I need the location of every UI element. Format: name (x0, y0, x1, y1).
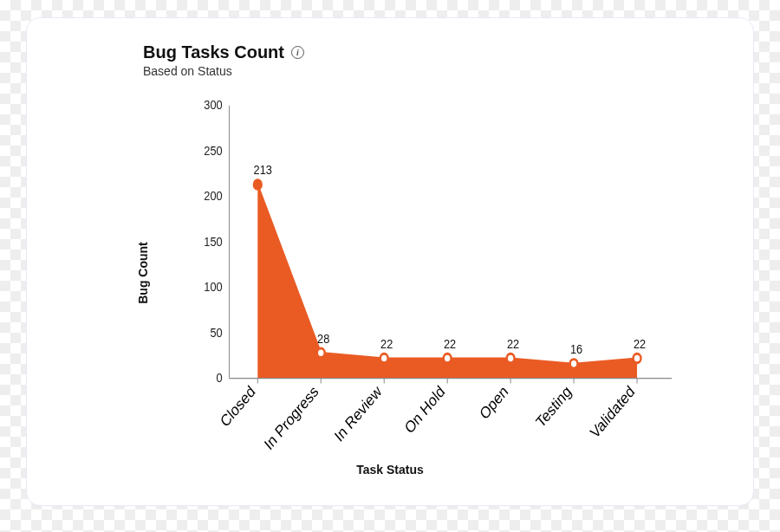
svg-text:150: 150 (204, 234, 222, 249)
svg-text:50: 50 (210, 325, 222, 340)
data-point[interactable] (570, 360, 578, 369)
x-tick-label: On Hold (401, 382, 448, 438)
data-point[interactable] (380, 354, 388, 363)
info-icon[interactable]: i (291, 46, 304, 59)
chart-title: Bug Tasks Count (143, 42, 284, 62)
x-axis-label: Task Status (356, 463, 424, 477)
y-axis-label: Bug Count (136, 242, 150, 304)
svg-text:0: 0 (217, 370, 223, 385)
data-label: 16 (570, 341, 582, 356)
data-label: 22 (507, 336, 519, 351)
svg-text:250: 250 (204, 143, 222, 158)
data-label: 22 (634, 336, 646, 351)
x-tick-label: Closed (217, 382, 257, 431)
chart-subtitle: Based on Status (143, 64, 724, 78)
x-tick-label: Open (477, 382, 511, 424)
data-point[interactable] (634, 354, 641, 363)
x-tick-label: Testing (533, 382, 575, 431)
svg-text:100: 100 (204, 279, 222, 294)
data-label: 22 (380, 336, 393, 351)
data-label: 213 (254, 162, 272, 177)
svg-text:200: 200 (204, 188, 222, 203)
x-tick-label: Validated (587, 382, 637, 442)
data-point[interactable] (317, 348, 325, 358)
plot-area: Bug Count 050100150200250300ClosedIn Pro… (56, 87, 724, 459)
chart-card: Bug Tasks Count i Based on Status Bug Co… (26, 17, 754, 506)
x-tick-label: In Review (331, 381, 385, 445)
data-point[interactable] (444, 354, 452, 363)
chart-svg: 050100150200250300ClosedIn ProgressIn Re… (204, 95, 680, 399)
svg-text:300: 300 (204, 97, 222, 112)
data-point[interactable] (507, 354, 515, 363)
chart-header: Bug Tasks Count i Based on Status (143, 42, 724, 78)
data-label: 28 (317, 331, 329, 346)
x-tick-label: In Progress (261, 382, 322, 454)
data-label: 22 (444, 336, 456, 351)
data-point[interactable] (254, 180, 262, 190)
